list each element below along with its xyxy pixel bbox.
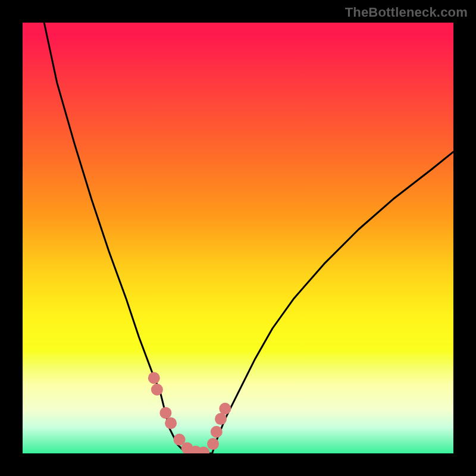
data-marker [159,407,171,419]
bottleneck-curve [44,23,203,453]
data-marker [219,403,231,415]
data-marker [148,372,160,384]
chart-frame: TheBottleneck.com [0,0,476,476]
data-marker [211,426,223,438]
data-marker [151,384,163,396]
data-marker [215,413,227,425]
plot-area [23,23,453,453]
data-marker [207,438,219,450]
bottleneck-curve [203,152,453,453]
curve-layer [23,23,453,453]
data-marker [165,417,177,429]
watermark-text: TheBottleneck.com [345,5,468,20]
